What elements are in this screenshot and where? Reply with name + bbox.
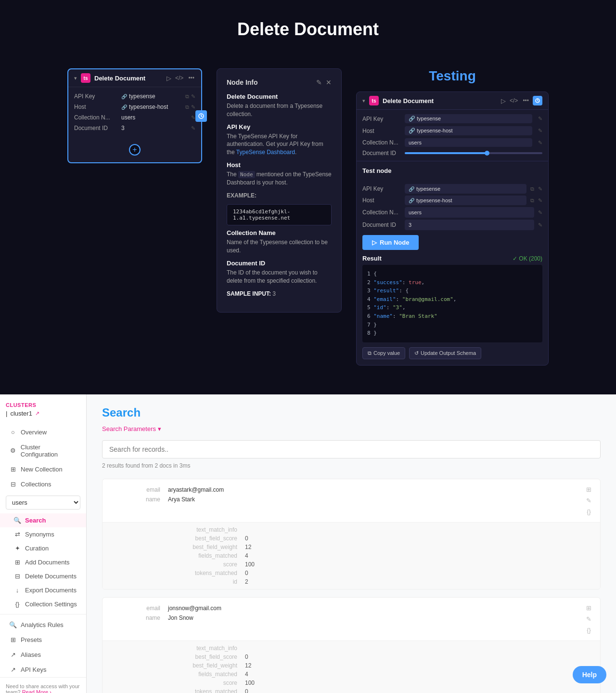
search-nav-icon: 🔍 bbox=[13, 517, 21, 524]
json-line-1: 1 { bbox=[367, 270, 538, 278]
sidebar-item-delete-documents[interactable]: ⊟ Delete Documents bbox=[0, 569, 86, 583]
name-value-2: Jon Snow bbox=[168, 615, 193, 621]
sidebar-item-aliases[interactable]: ↗ Aliases bbox=[0, 647, 86, 662]
copy-t1[interactable]: ⧉ bbox=[530, 186, 534, 192]
edit-row-1[interactable]: ✎ bbox=[585, 496, 592, 505]
apikey-label: API Key bbox=[227, 123, 332, 131]
update-schema-btn[interactable]: ↺ Update Output Schema bbox=[409, 347, 481, 359]
copy-icon-2[interactable]: ⧉ bbox=[185, 104, 189, 110]
nested-tm-1: tokens_matched 0 bbox=[168, 569, 592, 577]
json-line-5: 5 "id": "3", bbox=[367, 303, 538, 312]
run-node-button[interactable]: ▷ Run Node bbox=[362, 235, 419, 250]
edit-icon-t2[interactable]: ✎ bbox=[538, 128, 542, 134]
t-docid-l: Document ID bbox=[362, 222, 401, 228]
edit-t1[interactable]: ✎ bbox=[538, 186, 542, 192]
result-fields-1: email aryastark@gmail.com name Arya Star… bbox=[110, 485, 578, 516]
sidebar-item-api-keys[interactable]: ↗ API Keys bbox=[0, 662, 86, 677]
edit-icon-t1[interactable]: ✎ bbox=[538, 116, 542, 122]
sidebar-item-collection-settings[interactable]: {} Collection Settings bbox=[0, 597, 86, 611]
search-input[interactable] bbox=[102, 440, 601, 458]
test-panel: ▾ ts Delete Document ▷ </> ••• bbox=[356, 92, 549, 366]
edit-info-btn[interactable]: ✎ bbox=[316, 78, 322, 86]
chevron-down-icon: ▾ bbox=[158, 425, 161, 432]
collections-label: Collections bbox=[21, 481, 51, 488]
read-more-link[interactable]: Read More › bbox=[22, 689, 51, 693]
ok-badge: ✓ OK (200) bbox=[513, 255, 542, 262]
field-name-2: name Jon Snow bbox=[110, 613, 578, 623]
edit-icon[interactable]: ✎ bbox=[191, 93, 195, 100]
test-code-btn[interactable]: </> bbox=[509, 96, 519, 105]
slider-handle[interactable] bbox=[485, 151, 489, 156]
edit-icon-4[interactable]: ✎ bbox=[191, 125, 195, 131]
node-info-title: Node Info bbox=[227, 78, 258, 86]
test-node-icon: ts bbox=[369, 96, 379, 105]
sidebar-item-search[interactable]: 🔍 Search bbox=[0, 513, 86, 527]
email-label-1: email bbox=[110, 486, 168, 493]
edit-t3[interactable]: ✎ bbox=[538, 209, 542, 216]
edit-icon-3[interactable]: ✎ bbox=[191, 115, 195, 121]
test-play-btn[interactable]: ▷ bbox=[501, 96, 506, 105]
json-line-6: 6 "name": "Bran Stark" bbox=[367, 312, 538, 321]
node-info-actions: ✎ ✕ bbox=[316, 78, 332, 86]
expand-row-2[interactable]: ⊞ bbox=[585, 603, 592, 613]
test-more-btn[interactable]: ••• bbox=[522, 96, 530, 105]
search-params-toggle[interactable]: Search Parameters ▾ bbox=[102, 425, 601, 432]
result-header: Result ✓ OK (200) bbox=[362, 255, 542, 262]
test-mini-fields: API Key 🔗 typesense ✎ Host 🔗 typesense-h… bbox=[357, 110, 548, 161]
sidebar-item-overview[interactable]: ○ Overview bbox=[0, 425, 86, 440]
t-coll-val: users bbox=[409, 209, 422, 215]
sidebar-item-collections[interactable]: ⊟ Collections bbox=[0, 477, 86, 492]
collapse-icon[interactable]: ▾ bbox=[74, 75, 77, 81]
sidebar-item-cluster-config[interactable]: ⚙ Cluster Configuration bbox=[0, 440, 86, 462]
edit-icon-t3[interactable]: ✎ bbox=[538, 140, 542, 146]
test-node-area: Test node API Key 🔗 typesense ⧉ ✎ bbox=[357, 161, 548, 365]
test-host-value: 🔗 typesense-host bbox=[405, 126, 532, 135]
cluster-config-label: Cluster Configuration bbox=[21, 444, 78, 458]
sidebar-item-synonyms[interactable]: ⇄ Synonyms bbox=[0, 527, 86, 541]
help-button[interactable]: Help bbox=[573, 666, 606, 683]
node-field-collection: Collection N... users ✎ bbox=[68, 112, 201, 123]
code-row-1[interactable]: {} bbox=[586, 507, 592, 516]
main-content: Search Search Parameters ▾ 2 results fou… bbox=[87, 394, 616, 693]
nested-score-2: score 100 bbox=[168, 679, 592, 687]
sidebar-item-export-documents[interactable]: ↓ Export Documents bbox=[0, 583, 86, 597]
node-info-apikey-section: API Key The TypeSense API Key for authen… bbox=[227, 123, 332, 157]
sidebar-item-curation[interactable]: ✦ Curation bbox=[0, 541, 86, 555]
edit-t2[interactable]: ✎ bbox=[538, 197, 542, 204]
sidebar-item-presets[interactable]: ⊞ Presets bbox=[0, 632, 86, 647]
link-icon: 🔗 bbox=[121, 94, 127, 99]
expand-row-1[interactable]: ⊞ bbox=[585, 485, 592, 494]
more-button[interactable]: ••• bbox=[187, 74, 195, 82]
sidebar-bottom: Need to share access with your team? Rea… bbox=[0, 677, 86, 693]
collection-dropdown[interactable]: users bbox=[6, 496, 80, 510]
analytics-label: Analytics Rules bbox=[21, 621, 64, 628]
cluster-item[interactable]: | cluster1 ↗ bbox=[6, 408, 80, 419]
t-apikey-l: API Key bbox=[362, 185, 401, 192]
top-section: Delete Document ▾ ts Delete Document ▷ <… bbox=[0, 0, 616, 394]
typesense-dashboard-link[interactable]: TypeSense Dashboard bbox=[236, 149, 295, 156]
docid-label: Document ID bbox=[227, 260, 332, 267]
sidebar-item-analytics[interactable]: 🔍 Analytics Rules bbox=[0, 617, 86, 632]
edit-t4[interactable]: ✎ bbox=[538, 222, 542, 228]
code-button[interactable]: </> bbox=[174, 74, 184, 82]
test-header-actions: ▷ </> ••• bbox=[501, 96, 542, 105]
name-label-2: name bbox=[110, 615, 168, 621]
close-info-btn[interactable]: ✕ bbox=[326, 78, 332, 86]
copy-value-btn[interactable]: ⧉ Copy value bbox=[362, 347, 405, 359]
code-row-2[interactable]: {} bbox=[586, 626, 592, 635]
edit-row-2[interactable]: ✎ bbox=[585, 615, 592, 624]
host-label: Host bbox=[227, 161, 332, 169]
copy-icon[interactable]: ⧉ bbox=[185, 93, 189, 100]
sidebar-item-new-collection[interactable]: ⊞ New Collection bbox=[0, 462, 86, 477]
nested-tm-2: tokens_matched 0 bbox=[168, 687, 592, 693]
nested-bfs-2: best_field_score 0 bbox=[168, 653, 592, 661]
sidebar-item-add-documents[interactable]: ⊞ Add Documents bbox=[0, 555, 86, 569]
field-label-apikey: API Key bbox=[74, 93, 117, 100]
test-collapse-icon[interactable]: ▾ bbox=[362, 98, 365, 104]
play-button[interactable]: ▷ bbox=[167, 75, 171, 82]
add-node-btn[interactable]: + bbox=[129, 144, 141, 156]
copy-t2[interactable]: ⧉ bbox=[530, 197, 534, 204]
edit-icon-2[interactable]: ✎ bbox=[191, 104, 195, 110]
new-collection-label: New Collection bbox=[21, 466, 63, 473]
name-label-1: name bbox=[110, 496, 168, 503]
